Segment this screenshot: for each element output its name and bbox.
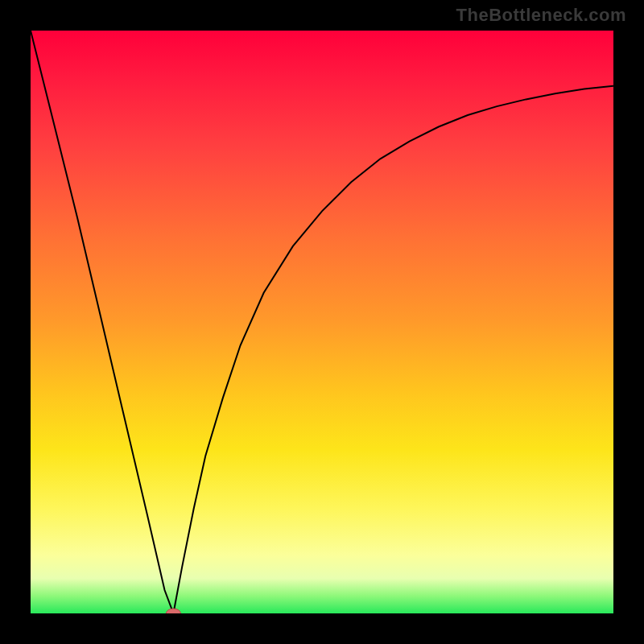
watermark-text: TheBottleneck.com [456,5,626,26]
minimum-marker [166,609,180,613]
bottleneck-curve [31,31,613,613]
chart-svg [31,31,613,613]
chart-frame: TheBottleneck.com [0,0,644,644]
plot-area [31,31,613,613]
